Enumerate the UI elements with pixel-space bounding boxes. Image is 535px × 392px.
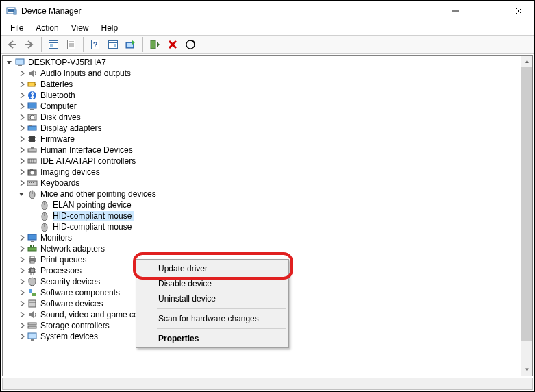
tree-label: System devices: [40, 332, 101, 341]
enable-button[interactable]: [147, 36, 163, 53]
scrollbar-thumb[interactable]: [521, 67, 532, 341]
collapse-icon[interactable]: [5, 58, 14, 66]
svg-rect-38: [29, 136, 35, 142]
svg-rect-32: [28, 103, 36, 108]
forward-button[interactable]: [21, 36, 38, 53]
menu-help[interactable]: Help: [96, 22, 124, 34]
uninstall-button[interactable]: [164, 36, 181, 53]
expand-icon[interactable]: [18, 234, 26, 242]
expand-icon[interactable]: [18, 157, 26, 165]
tree-node-diskdrives[interactable]: Disk drives: [3, 112, 521, 123]
tree-root[interactable]: DESKTOP-VJ5RHA7: [3, 57, 521, 68]
component-icon: [27, 287, 38, 298]
help-button[interactable]: ?: [87, 36, 103, 53]
context-properties[interactable]: Properties: [138, 331, 287, 346]
expand-icon[interactable]: [18, 321, 26, 330]
tree-node-computer[interactable]: Computer: [3, 101, 521, 112]
tree-label: Human Interface Devices: [40, 145, 136, 155]
monitor-icon: [27, 101, 38, 112]
menu-view[interactable]: View: [66, 22, 95, 34]
tree-leaf-hid-mouse-selected[interactable]: · HID-compliant mouse: [3, 210, 521, 221]
scroll-down-button[interactable]: ▼: [521, 364, 533, 376]
svg-rect-20: [114, 44, 116, 47]
toolbar-separator: [83, 37, 84, 52]
svg-rect-11: [50, 44, 53, 47]
back-button[interactable]: [3, 36, 20, 53]
show-hide-console-button[interactable]: [45, 36, 62, 53]
properties-button[interactable]: [63, 36, 79, 53]
tree-label: Keyboards: [40, 178, 82, 188]
menu-file[interactable]: File: [5, 22, 29, 34]
expand-icon[interactable]: [18, 135, 26, 143]
vertical-scrollbar[interactable]: ▲ ▼: [521, 56, 532, 376]
expand-icon[interactable]: [18, 310, 26, 319]
expand-icon[interactable]: [18, 113, 26, 121]
ide-icon: [27, 156, 38, 167]
expand-icon[interactable]: [18, 80, 26, 88]
svg-rect-74: [31, 269, 34, 272]
computer-icon: [14, 57, 25, 68]
tree-node-batteries[interactable]: Batteries: [3, 79, 521, 90]
tree-node-mice[interactable]: Mice and other pointing devices: [3, 188, 521, 199]
collapse-icon[interactable]: [18, 190, 26, 198]
scan-hardware-button[interactable]: [182, 36, 199, 53]
minimize-button[interactable]: [440, 1, 471, 21]
context-uninstall-device[interactable]: Uninstall device: [138, 291, 287, 306]
expand-icon[interactable]: [18, 102, 26, 110]
svg-rect-51: [30, 169, 33, 170]
tree-node-bluetooth[interactable]: Bluetooth: [3, 90, 521, 101]
expand-icon[interactable]: [18, 278, 26, 286]
shield-icon: [27, 276, 38, 287]
expand-icon[interactable]: [18, 124, 26, 132]
expand-icon[interactable]: [18, 245, 26, 253]
context-update-driver[interactable]: Update driver: [138, 261, 287, 276]
expand-icon[interactable]: [18, 256, 26, 264]
toolbar: ?: [1, 35, 534, 54]
svg-rect-83: [29, 289, 32, 293]
tree-label: Bluetooth: [40, 90, 78, 100]
svg-rect-1: [8, 9, 14, 12]
expand-icon[interactable]: [18, 267, 26, 275]
menu-action[interactable]: Action: [30, 22, 64, 34]
svg-rect-33: [30, 109, 34, 110]
tree-leaf-elan[interactable]: · ELAN pointing device: [3, 199, 521, 210]
expand-icon[interactable]: [18, 289, 26, 297]
tree-node-firmware[interactable]: Firmware: [3, 134, 521, 145]
tree-node-monitors[interactable]: Monitors: [3, 232, 521, 243]
tree-label: Mice and other pointing devices: [40, 189, 159, 199]
svg-rect-36: [28, 126, 36, 130]
tree-label: Imaging devices: [40, 167, 103, 177]
svg-rect-71: [30, 256, 34, 258]
tree-node-imaging[interactable]: Imaging devices: [3, 167, 521, 177]
svg-rect-67: [28, 247, 36, 251]
close-button[interactable]: [503, 1, 534, 21]
expand-icon[interactable]: [18, 332, 26, 341]
expand-icon[interactable]: [18, 179, 26, 187]
expand-icon[interactable]: [18, 69, 26, 77]
tree-node-ide[interactable]: IDE ATA/ATAPI controllers: [3, 156, 521, 167]
expand-icon[interactable]: [18, 168, 26, 176]
expand-icon[interactable]: [18, 146, 26, 154]
tree-node-audio[interactable]: Audio inputs and outputs: [3, 68, 521, 79]
svg-rect-43: [28, 149, 36, 152]
tree-node-hid[interactable]: Human Interface Devices: [3, 145, 521, 156]
app-icon: [6, 5, 17, 16]
maximize-button[interactable]: [471, 1, 503, 21]
scroll-up-button[interactable]: ▲: [521, 56, 533, 67]
svg-rect-44: [31, 147, 34, 149]
svg-rect-52: [27, 181, 37, 186]
update-driver-button[interactable]: [123, 36, 139, 53]
svg-rect-22: [127, 43, 133, 47]
tree-node-network[interactable]: Network adapters: [3, 243, 521, 254]
svg-rect-69: [33, 245, 34, 247]
tree-node-keyboards[interactable]: Keyboards: [3, 177, 521, 188]
context-scan-hardware[interactable]: Scan for hardware changes: [138, 311, 287, 326]
storage-icon: [27, 320, 38, 331]
context-disable-device[interactable]: Disable device: [138, 276, 287, 291]
tree-node-display[interactable]: Display adapters: [3, 123, 521, 134]
expand-icon[interactable]: [18, 91, 26, 99]
expand-icon[interactable]: [18, 299, 26, 308]
action-button[interactable]: [105, 36, 121, 53]
tree-leaf-hid-mouse[interactable]: · HID-compliant mouse: [3, 221, 521, 232]
svg-rect-53: [29, 182, 30, 183]
